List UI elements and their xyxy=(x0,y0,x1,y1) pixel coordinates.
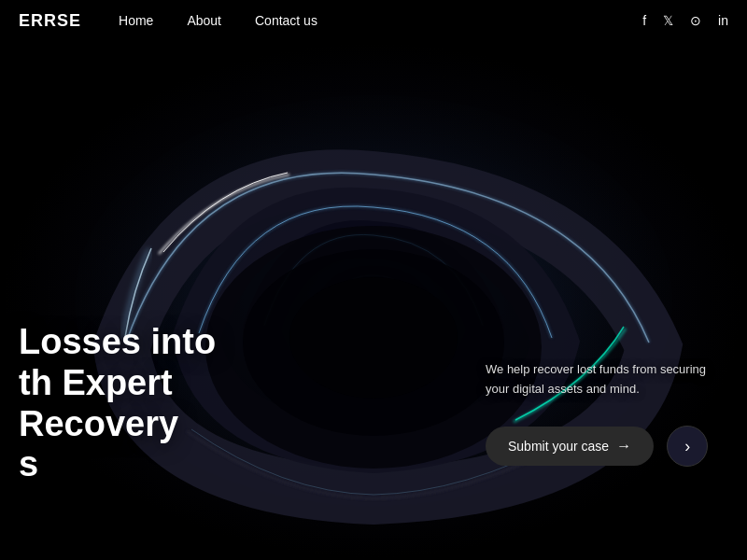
cta-label: Submit your case xyxy=(508,439,609,454)
cta-arrow-icon: → xyxy=(616,438,631,455)
hero-title-block: Losses into th Expert Recovery s xyxy=(19,322,216,485)
brand-logo: ERRSE xyxy=(19,11,81,31)
nav-links: Home About Contact us xyxy=(119,13,642,28)
facebook-icon[interactable]: f xyxy=(642,13,646,28)
hero-description: We help recover lost funds from securing… xyxy=(486,360,728,399)
twitter-icon[interactable]: 𝕏 xyxy=(663,13,673,28)
social-links: f 𝕏 ⊙ in xyxy=(642,13,728,28)
navigation: ERRSE Home About Contact us f 𝕏 ⊙ in xyxy=(0,0,747,41)
nav-link-home[interactable]: Home xyxy=(119,13,153,28)
instagram-icon[interactable]: ⊙ xyxy=(690,13,701,28)
linkedin-icon[interactable]: in xyxy=(718,13,728,28)
hero-title: Losses into th Expert Recovery s xyxy=(19,322,216,485)
nav-link-about[interactable]: About xyxy=(187,13,221,28)
hero-cta-block: We help recover lost funds from securing… xyxy=(486,360,728,467)
svg-point-3 xyxy=(289,277,458,399)
cta-secondary-button[interactable]: › xyxy=(667,426,708,467)
nav-link-contact[interactable]: Contact us xyxy=(255,13,317,28)
cta-row: Submit your case → › xyxy=(486,426,728,467)
submit-case-button[interactable]: Submit your case → xyxy=(486,427,654,466)
hero-section: ERRSE Home About Contact us f 𝕏 ⊙ in xyxy=(0,0,747,560)
